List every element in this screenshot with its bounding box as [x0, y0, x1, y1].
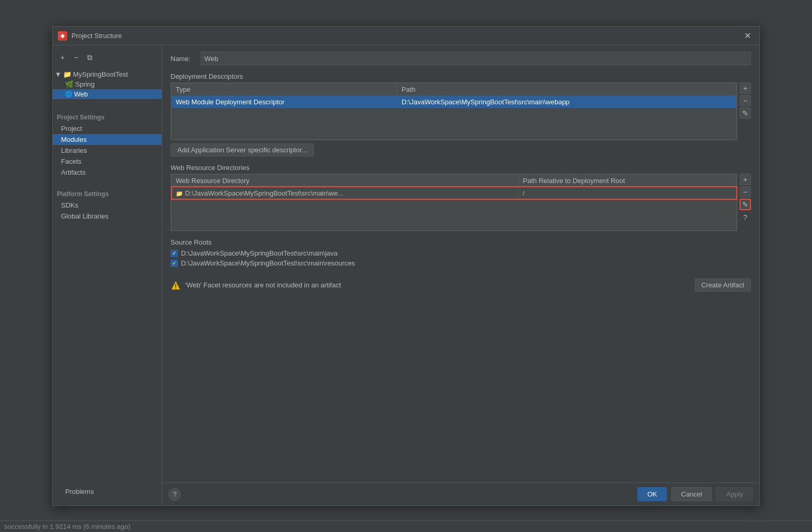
deployment-descriptors-label: Deployment Descriptors: [171, 72, 751, 80]
statusbar-text: successfully in 1.9214 ms (6 minutes ago…: [4, 523, 130, 530]
project-settings-section: Project Settings Project Modules Librari…: [53, 110, 162, 178]
table-row[interactable]: Web Module Deployment Descriptor D:\Java…: [172, 96, 737, 108]
resource-col-dir: Web Resource Directory: [172, 174, 519, 187]
tree-root[interactable]: ▼ 📁 MySpringBootTest: [53, 69, 162, 79]
copy-button[interactable]: ⧉: [84, 52, 95, 63]
app-icon: ◆: [58, 31, 67, 41]
svg-text:!: !: [175, 282, 177, 290]
dialog-content: + − ⧉ ▼ 📁 MySpringBootTest 🌿 Spring 🌐 We…: [53, 45, 759, 505]
resource-remove-btn[interactable]: −: [740, 186, 751, 198]
resource-table-container: Web Resource Directory Path Relative to …: [171, 174, 751, 232]
sidebar-item-global-libraries[interactable]: Global Libraries: [53, 211, 162, 222]
deployment-col-type: Type: [172, 83, 397, 96]
resource-edit-btn[interactable]: ✎: [740, 199, 751, 210]
project-structure-dialog: ◆ Project Structure ✕ + − ⧉ ▼ 📁 MySpring…: [52, 26, 760, 506]
footer-help-button[interactable]: ?: [168, 488, 181, 501]
sidebar-item-facets[interactable]: Facets: [53, 156, 162, 167]
sidebar-item-artifacts[interactable]: Artifacts: [53, 167, 162, 178]
deployment-edit-btn[interactable]: ✎: [740, 107, 751, 119]
sidebar-toolbar: + − ⧉: [53, 50, 162, 67]
deployment-col-path: Path: [397, 83, 737, 96]
table-row-empty: [172, 108, 737, 139]
platform-settings-header: Platform Settings: [53, 186, 162, 200]
dialog-title: ◆ Project Structure: [58, 31, 122, 41]
dialog-titlebar: ◆ Project Structure ✕: [53, 27, 759, 45]
tree-spring-label: Spring: [75, 80, 95, 88]
sidebar-item-sdks[interactable]: SDKs: [53, 200, 162, 211]
deployment-path-cell: D:\JavaWorkSpace\MySpringBootTest\src\ma…: [397, 96, 737, 108]
tree-arrow: ▼: [55, 70, 62, 78]
tree-spring[interactable]: 🌿 Spring: [53, 79, 162, 89]
sidebar-item-project[interactable]: Project: [53, 123, 162, 134]
resource-dir-cell: 📁 D:\JavaWorkSpace\MySpringBootTest\src\…: [172, 187, 519, 199]
warning-icon: !: [171, 280, 181, 291]
main-content: Name: Deployment Descriptors Type Pa: [162, 45, 759, 505]
source-root-java-path: D:\JavaWorkSpace\MySpringBootTest\src\ma…: [181, 249, 337, 257]
module-tree: ▼ 📁 MySpringBootTest 🌿 Spring 🌐 Web: [53, 67, 162, 101]
platform-settings-section: Platform Settings SDKs Global Libraries: [53, 186, 162, 222]
deployment-table-container: Type Path Web Module Deployment Descript…: [171, 82, 751, 140]
tree-web-label: Web: [74, 90, 88, 98]
sidebar-item-problems[interactable]: Problems: [57, 486, 157, 497]
apply-button[interactable]: Apply: [716, 487, 753, 501]
statusbar: successfully in 1.9214 ms (6 minutes ago…: [0, 521, 812, 532]
warning-row: ! 'Web' Facet resources are not included…: [171, 275, 751, 295]
source-root-java-checkbox[interactable]: ✓: [171, 250, 178, 257]
content-area: Name: Deployment Descriptors Type Pa: [162, 45, 759, 482]
deployment-add-btn[interactable]: +: [740, 82, 751, 94]
tree-web[interactable]: 🌐 Web: [53, 89, 162, 99]
deployment-table-actions: + − ✎: [740, 82, 751, 140]
resource-folder-icon: 📁: [176, 190, 183, 197]
footer-right: OK Cancel Apply: [637, 487, 753, 501]
resource-table-wrapper: Web Resource Directory Path Relative to …: [171, 174, 737, 232]
deployment-table-wrapper: Type Path Web Module Deployment Descript…: [171, 82, 737, 140]
folder-icon: 📁: [63, 70, 71, 78]
create-artifact-button[interactable]: Create Artifact: [695, 279, 751, 292]
deployment-remove-btn[interactable]: −: [740, 95, 751, 106]
close-button[interactable]: ✕: [741, 30, 754, 42]
name-label: Name:: [171, 55, 197, 63]
source-root-resources-checkbox[interactable]: ✓: [171, 260, 178, 267]
table-row[interactable]: 📁 D:\JavaWorkSpace\MySpringBootTest\src\…: [172, 187, 737, 199]
problems-section: Problems: [53, 478, 162, 501]
name-row: Name:: [171, 52, 751, 65]
cancel-button[interactable]: Cancel: [671, 487, 712, 501]
source-root-resources-path: D:\JavaWorkSpace\MySpringBootTest\src\ma…: [181, 259, 355, 267]
dialog-footer: ? OK Cancel Apply: [162, 482, 759, 505]
resource-col-path: Path Relative to Deployment Root: [518, 174, 736, 187]
source-roots-section: Source Roots ✓ D:\JavaWorkSpace\MySpring…: [171, 238, 751, 268]
spring-icon: 🌿: [65, 80, 74, 88]
add-button[interactable]: +: [57, 52, 68, 63]
web-icon: 🌐: [65, 91, 72, 98]
name-input[interactable]: [201, 52, 751, 65]
source-roots-label: Source Roots: [171, 238, 751, 246]
source-root-java: ✓ D:\JavaWorkSpace\MySpringBootTest\src\…: [171, 248, 751, 258]
sidebar-item-libraries[interactable]: Libraries: [53, 145, 162, 156]
ok-button[interactable]: OK: [637, 487, 667, 501]
remove-button[interactable]: −: [70, 52, 82, 63]
deployment-table: Type Path Web Module Deployment Descript…: [171, 83, 737, 140]
source-root-resources: ✓ D:\JavaWorkSpace\MySpringBootTest\src\…: [171, 258, 751, 268]
add-server-descriptor-btn[interactable]: Add Application Server specific descript…: [171, 143, 314, 156]
project-settings-header: Project Settings: [53, 110, 162, 123]
web-resource-label: Web Resource Directories: [171, 164, 751, 172]
resource-table-actions: + − ✎ ?: [740, 174, 751, 232]
help-btn[interactable]: ?: [740, 211, 751, 224]
deployment-type-cell: Web Module Deployment Descriptor: [172, 96, 397, 108]
deployment-descriptors-section: Deployment Descriptors Type Path: [171, 72, 751, 156]
footer-left: ?: [168, 488, 181, 501]
web-resource-section: Web Resource Directories Web Resource Di…: [171, 164, 751, 232]
table-row-empty2: [172, 199, 737, 231]
dialog-title-text: Project Structure: [71, 32, 122, 40]
resource-add-btn[interactable]: +: [740, 174, 751, 185]
sidebar-item-modules[interactable]: Modules: [53, 134, 162, 145]
sidebar: + − ⧉ ▼ 📁 MySpringBootTest 🌿 Spring 🌐 We…: [53, 45, 162, 505]
warning-text: 'Web' Facet resources are not included i…: [185, 281, 341, 289]
resource-path-cell: /: [518, 187, 736, 199]
tree-root-label: MySpringBootTest: [73, 70, 128, 78]
resource-table: Web Resource Directory Path Relative to …: [171, 174, 737, 231]
